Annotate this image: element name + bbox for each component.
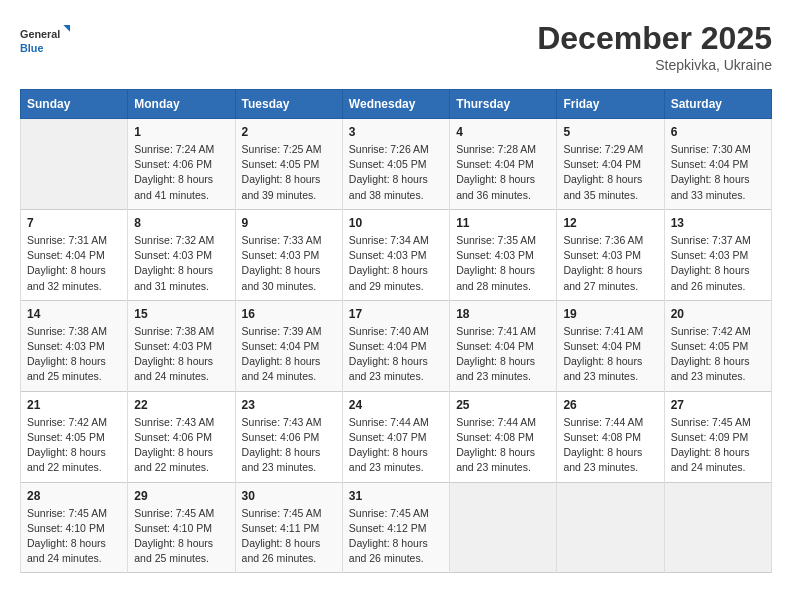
logo: General Blue (20, 20, 70, 60)
col-header-friday: Friday (557, 90, 664, 119)
day-number: 1 (134, 125, 228, 139)
day-number: 11 (456, 216, 550, 230)
day-info: Sunrise: 7:25 AMSunset: 4:05 PMDaylight:… (242, 142, 336, 203)
day-cell: 12Sunrise: 7:36 AMSunset: 4:03 PMDayligh… (557, 209, 664, 300)
day-cell: 29Sunrise: 7:45 AMSunset: 4:10 PMDayligh… (128, 482, 235, 573)
day-info: Sunrise: 7:33 AMSunset: 4:03 PMDaylight:… (242, 233, 336, 294)
col-header-saturday: Saturday (664, 90, 771, 119)
day-cell: 5Sunrise: 7:29 AMSunset: 4:04 PMDaylight… (557, 119, 664, 210)
day-info: Sunrise: 7:45 AMSunset: 4:10 PMDaylight:… (134, 506, 228, 567)
day-cell: 21Sunrise: 7:42 AMSunset: 4:05 PMDayligh… (21, 391, 128, 482)
day-cell: 28Sunrise: 7:45 AMSunset: 4:10 PMDayligh… (21, 482, 128, 573)
day-cell: 25Sunrise: 7:44 AMSunset: 4:08 PMDayligh… (450, 391, 557, 482)
day-cell (664, 482, 771, 573)
day-info: Sunrise: 7:45 AMSunset: 4:10 PMDaylight:… (27, 506, 121, 567)
week-row-5: 28Sunrise: 7:45 AMSunset: 4:10 PMDayligh… (21, 482, 772, 573)
day-info: Sunrise: 7:45 AMSunset: 4:09 PMDaylight:… (671, 415, 765, 476)
day-cell: 3Sunrise: 7:26 AMSunset: 4:05 PMDaylight… (342, 119, 449, 210)
day-number: 27 (671, 398, 765, 412)
day-info: Sunrise: 7:42 AMSunset: 4:05 PMDaylight:… (27, 415, 121, 476)
day-info: Sunrise: 7:24 AMSunset: 4:06 PMDaylight:… (134, 142, 228, 203)
day-number: 2 (242, 125, 336, 139)
day-info: Sunrise: 7:39 AMSunset: 4:04 PMDaylight:… (242, 324, 336, 385)
day-number: 17 (349, 307, 443, 321)
day-number: 30 (242, 489, 336, 503)
day-info: Sunrise: 7:34 AMSunset: 4:03 PMDaylight:… (349, 233, 443, 294)
day-number: 13 (671, 216, 765, 230)
day-cell: 15Sunrise: 7:38 AMSunset: 4:03 PMDayligh… (128, 300, 235, 391)
day-info: Sunrise: 7:43 AMSunset: 4:06 PMDaylight:… (134, 415, 228, 476)
day-cell: 30Sunrise: 7:45 AMSunset: 4:11 PMDayligh… (235, 482, 342, 573)
day-cell: 24Sunrise: 7:44 AMSunset: 4:07 PMDayligh… (342, 391, 449, 482)
day-number: 20 (671, 307, 765, 321)
day-number: 3 (349, 125, 443, 139)
calendar-table: SundayMondayTuesdayWednesdayThursdayFrid… (20, 89, 772, 573)
day-info: Sunrise: 7:35 AMSunset: 4:03 PMDaylight:… (456, 233, 550, 294)
day-info: Sunrise: 7:30 AMSunset: 4:04 PMDaylight:… (671, 142, 765, 203)
day-number: 18 (456, 307, 550, 321)
day-info: Sunrise: 7:31 AMSunset: 4:04 PMDaylight:… (27, 233, 121, 294)
day-cell: 22Sunrise: 7:43 AMSunset: 4:06 PMDayligh… (128, 391, 235, 482)
title-block: December 2025 Stepkivka, Ukraine (537, 20, 772, 73)
month-title: December 2025 (537, 20, 772, 57)
day-cell: 26Sunrise: 7:44 AMSunset: 4:08 PMDayligh… (557, 391, 664, 482)
week-row-1: 1Sunrise: 7:24 AMSunset: 4:06 PMDaylight… (21, 119, 772, 210)
day-number: 9 (242, 216, 336, 230)
col-header-monday: Monday (128, 90, 235, 119)
day-number: 21 (27, 398, 121, 412)
day-number: 24 (349, 398, 443, 412)
page-header: General Blue December 2025 Stepkivka, Uk… (20, 20, 772, 73)
day-info: Sunrise: 7:28 AMSunset: 4:04 PMDaylight:… (456, 142, 550, 203)
day-info: Sunrise: 7:38 AMSunset: 4:03 PMDaylight:… (27, 324, 121, 385)
location-subtitle: Stepkivka, Ukraine (537, 57, 772, 73)
day-info: Sunrise: 7:43 AMSunset: 4:06 PMDaylight:… (242, 415, 336, 476)
day-cell (557, 482, 664, 573)
day-number: 22 (134, 398, 228, 412)
day-cell: 31Sunrise: 7:45 AMSunset: 4:12 PMDayligh… (342, 482, 449, 573)
header-row: SundayMondayTuesdayWednesdayThursdayFrid… (21, 90, 772, 119)
col-header-sunday: Sunday (21, 90, 128, 119)
svg-marker-2 (63, 25, 70, 32)
day-info: Sunrise: 7:42 AMSunset: 4:05 PMDaylight:… (671, 324, 765, 385)
day-number: 14 (27, 307, 121, 321)
day-number: 31 (349, 489, 443, 503)
svg-text:General: General (20, 28, 60, 40)
day-cell: 9Sunrise: 7:33 AMSunset: 4:03 PMDaylight… (235, 209, 342, 300)
day-number: 10 (349, 216, 443, 230)
day-number: 6 (671, 125, 765, 139)
day-cell: 8Sunrise: 7:32 AMSunset: 4:03 PMDaylight… (128, 209, 235, 300)
day-cell: 2Sunrise: 7:25 AMSunset: 4:05 PMDaylight… (235, 119, 342, 210)
day-number: 26 (563, 398, 657, 412)
day-cell (21, 119, 128, 210)
day-info: Sunrise: 7:44 AMSunset: 4:08 PMDaylight:… (456, 415, 550, 476)
day-cell: 4Sunrise: 7:28 AMSunset: 4:04 PMDaylight… (450, 119, 557, 210)
col-header-wednesday: Wednesday (342, 90, 449, 119)
day-number: 12 (563, 216, 657, 230)
day-number: 5 (563, 125, 657, 139)
day-number: 29 (134, 489, 228, 503)
day-info: Sunrise: 7:41 AMSunset: 4:04 PMDaylight:… (456, 324, 550, 385)
svg-text:Blue: Blue (20, 42, 43, 54)
week-row-4: 21Sunrise: 7:42 AMSunset: 4:05 PMDayligh… (21, 391, 772, 482)
day-number: 19 (563, 307, 657, 321)
day-number: 4 (456, 125, 550, 139)
col-header-thursday: Thursday (450, 90, 557, 119)
day-info: Sunrise: 7:36 AMSunset: 4:03 PMDaylight:… (563, 233, 657, 294)
day-cell: 7Sunrise: 7:31 AMSunset: 4:04 PMDaylight… (21, 209, 128, 300)
day-number: 8 (134, 216, 228, 230)
day-info: Sunrise: 7:29 AMSunset: 4:04 PMDaylight:… (563, 142, 657, 203)
day-number: 16 (242, 307, 336, 321)
day-info: Sunrise: 7:40 AMSunset: 4:04 PMDaylight:… (349, 324, 443, 385)
day-number: 7 (27, 216, 121, 230)
day-cell: 1Sunrise: 7:24 AMSunset: 4:06 PMDaylight… (128, 119, 235, 210)
col-header-tuesday: Tuesday (235, 90, 342, 119)
day-info: Sunrise: 7:44 AMSunset: 4:08 PMDaylight:… (563, 415, 657, 476)
day-number: 23 (242, 398, 336, 412)
day-info: Sunrise: 7:26 AMSunset: 4:05 PMDaylight:… (349, 142, 443, 203)
day-cell (450, 482, 557, 573)
week-row-2: 7Sunrise: 7:31 AMSunset: 4:04 PMDaylight… (21, 209, 772, 300)
day-cell: 14Sunrise: 7:38 AMSunset: 4:03 PMDayligh… (21, 300, 128, 391)
day-cell: 20Sunrise: 7:42 AMSunset: 4:05 PMDayligh… (664, 300, 771, 391)
day-cell: 16Sunrise: 7:39 AMSunset: 4:04 PMDayligh… (235, 300, 342, 391)
logo-svg: General Blue (20, 20, 70, 60)
